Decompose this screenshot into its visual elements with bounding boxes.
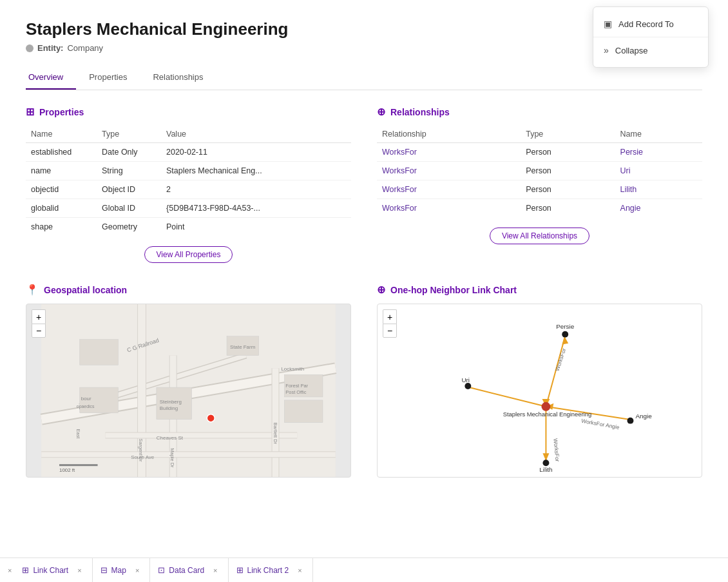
tab-overview[interactable]: Overview: [26, 66, 76, 90]
svg-point-37: [207, 414, 215, 422]
prop-type: Date Only: [97, 143, 161, 162]
bottom-tab-link-chart-2[interactable]: ⊞ Link Chart 2 ×: [229, 558, 313, 582]
bottom-tab-data-card-label: Data Card: [169, 566, 204, 575]
collapse-item[interactable]: » Collapse: [593, 39, 708, 62]
overview-grid: ⊞ Properties Name Type Value established…: [26, 106, 702, 263]
prop-value: Staplers Mechanical Eng...: [161, 162, 351, 180]
link-chart-2-close[interactable]: ×: [295, 564, 304, 577]
col-header-value: Value: [161, 126, 351, 143]
add-record-to-item[interactable]: ▣ Add Record To: [593, 12, 708, 35]
svg-text:Maple Dr: Maple Dr: [169, 448, 175, 468]
rel-relationship[interactable]: WorksFor: [377, 180, 521, 199]
map-zoom-in[interactable]: +: [32, 309, 46, 324]
svg-text:South Ave: South Ave: [131, 454, 155, 460]
bottom-tab-bar: × ⊞ Link Chart × ⊟ Map × ⊡ Data Card × ⊞…: [0, 558, 728, 582]
bottom-tab-map-label: Map: [111, 566, 126, 575]
rel-relationship[interactable]: WorksFor: [377, 199, 521, 218]
bottom-tab-link-chart[interactable]: ⊞ Link Chart ×: [14, 558, 92, 582]
properties-table: Name Type Value established Date Only 20…: [26, 126, 351, 236]
svg-rect-40: [392, 304, 687, 477]
chart-zoom-in[interactable]: +: [383, 309, 397, 324]
svg-text:State Farm: State Farm: [230, 344, 256, 350]
data-card-close[interactable]: ×: [211, 564, 220, 577]
tab-prefix-1: ×: [5, 567, 14, 574]
relationship-row: WorksFor Person Uri: [377, 162, 702, 180]
svg-text:Building: Building: [160, 405, 178, 411]
relationships-table: Relationship Type Name WorksFor Person P…: [377, 126, 702, 217]
property-row: shape Geometry Point: [26, 218, 351, 237]
property-row: established Date Only 2020-02-11: [26, 143, 351, 162]
collapse-icon: »: [604, 45, 609, 55]
rel-col-relationship: Relationship: [377, 126, 521, 143]
add-record-label: Add Record To: [618, 19, 674, 29]
tabs-bar: Overview Properties Relationships: [26, 66, 702, 90]
entity-value: Company: [67, 43, 103, 53]
relationships-heading: Relationships: [390, 107, 450, 117]
svg-point-49: [541, 402, 550, 411]
svg-point-55: [627, 418, 633, 424]
prop-name: established: [26, 143, 97, 162]
map-zoom-out[interactable]: −: [32, 324, 46, 338]
svg-rect-19: [284, 400, 323, 423]
map-box: + −: [26, 304, 351, 478]
rel-relationship[interactable]: WorksFor: [377, 162, 521, 180]
rel-type: Person: [521, 199, 615, 218]
relationship-row: WorksFor Person Angie: [377, 199, 702, 218]
rel-name[interactable]: Angie: [615, 199, 702, 218]
chart-zoom-out[interactable]: −: [383, 324, 397, 338]
svg-text:Persie: Persie: [556, 323, 575, 330]
prop-name: shape: [26, 218, 97, 237]
svg-text:East: East: [75, 429, 81, 440]
map-close[interactable]: ×: [133, 564, 142, 577]
svg-text:Angie: Angie: [635, 412, 652, 420]
prop-type: Global ID: [97, 199, 161, 218]
prop-value: Point: [161, 218, 351, 237]
tab-relationships[interactable]: Relationships: [150, 66, 216, 90]
svg-text:Uri: Uri: [461, 376, 470, 383]
relationship-row: WorksFor Person Lilith: [377, 180, 702, 199]
svg-text:Forest Par: Forest Par: [285, 383, 308, 389]
properties-icon: ⊞: [26, 106, 34, 118]
svg-rect-38: [59, 464, 98, 466]
relationships-header: ⊕ Relationships: [377, 106, 702, 118]
svg-point-51: [562, 331, 568, 338]
rel-type: Person: [521, 143, 615, 162]
rel-type: Person: [521, 162, 615, 180]
geo-icon: 📍: [26, 284, 39, 296]
bottom-tab-map[interactable]: ⊟ Map ×: [93, 558, 151, 582]
tab-properties[interactable]: Properties: [86, 66, 140, 90]
prop-name: name: [26, 162, 97, 180]
rel-relationship[interactable]: WorksFor: [377, 143, 521, 162]
prop-value: {5D9B4713-F98D-4A53-...: [161, 199, 351, 218]
relationships-panel: ⊕ Relationships Relationship Type Name W…: [377, 106, 702, 263]
bottom-tab-data-card[interactable]: ⊡ Data Card ×: [150, 558, 228, 582]
rel-name[interactable]: Persie: [615, 143, 702, 162]
svg-text:Lilith: Lilith: [539, 466, 552, 473]
data-card-icon: ⊡: [158, 565, 165, 575]
svg-text:Staplers Mechanical Engineerin: Staplers Mechanical Engineering: [503, 411, 592, 418]
geo-panel: 📍 Geospatial location + −: [26, 284, 351, 478]
main-content: Staplers Mechanical Engineering Entity: …: [0, 0, 728, 478]
property-row: objectid Object ID 2: [26, 180, 351, 199]
svg-text:opaedics: opaedics: [77, 404, 95, 409]
map-svg: C G Railroad State Farm Locksmith Steinb…: [26, 304, 350, 477]
chart-box: + −: [377, 304, 702, 478]
entity-dot: [26, 44, 34, 52]
prop-type: String: [97, 162, 161, 180]
map-zoom-controls: + −: [32, 309, 46, 338]
dropdown-divider: [593, 37, 708, 37]
col-header-name: Name: [26, 126, 97, 143]
rel-col-name: Name: [615, 126, 702, 143]
dropdown-menu: ▣ Add Record To » Collapse: [593, 6, 709, 68]
rel-name[interactable]: Lilith: [615, 180, 702, 199]
view-all-properties-button[interactable]: View All Properties: [144, 246, 233, 263]
rel-name[interactable]: Uri: [615, 162, 702, 180]
properties-heading: Properties: [39, 107, 84, 117]
link-chart-icon: ⊞: [22, 565, 29, 575]
prop-name: globalid: [26, 199, 97, 218]
chart-icon: ⊕: [377, 284, 385, 296]
geo-heading: Geospatial location: [44, 285, 127, 295]
link-chart-close[interactable]: ×: [75, 564, 84, 577]
view-all-relationships-button[interactable]: View All Relationships: [490, 228, 589, 244]
svg-rect-15: [41, 452, 336, 457]
